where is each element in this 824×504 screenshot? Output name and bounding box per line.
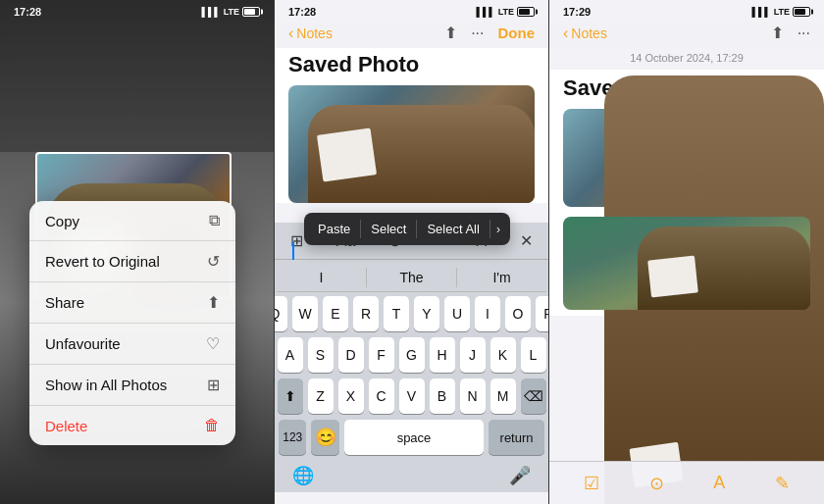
globe-icon[interactable]: 🌐 bbox=[292, 465, 314, 486]
note-image-2 bbox=[288, 85, 535, 203]
kb-suggestion-im[interactable]: I'm bbox=[457, 268, 546, 287]
notes-back-btn-3[interactable]: ‹ Notes bbox=[563, 25, 607, 42]
key-n[interactable]: N bbox=[460, 378, 486, 414]
key-q[interactable]: Q bbox=[275, 296, 287, 331]
key-y[interactable]: Y bbox=[414, 296, 439, 331]
key-l[interactable]: L bbox=[521, 337, 546, 373]
more-icon-3[interactable]: ··· bbox=[798, 25, 810, 42]
key-j[interactable]: J bbox=[460, 337, 486, 373]
menu-unfav-label: Unfavourite bbox=[45, 335, 121, 352]
key-f[interactable]: F bbox=[369, 337, 394, 373]
key-h[interactable]: H bbox=[430, 337, 455, 373]
key-t[interactable]: T bbox=[384, 296, 409, 331]
key-x[interactable]: X bbox=[338, 378, 364, 414]
notes-back-label-2: Notes bbox=[296, 25, 333, 41]
note-content-3: Saved Photo bbox=[549, 70, 824, 316]
key-emoji[interactable]: 😊 bbox=[311, 420, 338, 455]
revert-icon: ↺ bbox=[207, 252, 220, 271]
key-numbers[interactable]: 123 bbox=[279, 420, 306, 455]
notes-navbar-2: ‹ Notes ⬆ ··· Done bbox=[275, 22, 548, 48]
blur-overlay bbox=[0, 0, 274, 152]
status-bar-2: 17:28 ▌▌▌ LTE bbox=[275, 0, 548, 22]
kb-suggestion-i[interactable]: I bbox=[277, 268, 367, 287]
key-m[interactable]: M bbox=[490, 378, 516, 414]
kb-close-icon[interactable]: ✕ bbox=[514, 228, 539, 253]
note-image-3b bbox=[563, 217, 810, 310]
key-k[interactable]: K bbox=[490, 337, 516, 373]
key-s[interactable]: S bbox=[308, 337, 334, 373]
menu-item-revert[interactable]: Revert to Original ↺ bbox=[29, 241, 235, 282]
popup-more-icon[interactable]: › bbox=[490, 221, 506, 238]
photo-book-2 bbox=[317, 127, 377, 181]
key-e[interactable]: E bbox=[323, 296, 348, 331]
menu-delete-label: Delete bbox=[45, 418, 87, 434]
status-bar-3: 17:29 ▌▌▌ LTE bbox=[549, 0, 824, 22]
camera-icon-3[interactable]: ⊙ bbox=[649, 473, 664, 494]
text-format-icon[interactable]: A bbox=[713, 473, 725, 493]
note-title-2: Saved Photo bbox=[288, 52, 535, 77]
menu-item-copy[interactable]: Copy ⧉ bbox=[29, 201, 235, 241]
kb-row-3: ⬆ Z X C V B N M ⌫ bbox=[277, 378, 546, 414]
menu-item-unfavourite[interactable]: Unfavourite ♡ bbox=[29, 324, 235, 365]
key-backspace[interactable]: ⌫ bbox=[521, 378, 546, 414]
popup-paste-btn[interactable]: Paste bbox=[308, 220, 361, 238]
key-v[interactable]: V bbox=[399, 378, 425, 414]
signal-icon-1: ▌▌▌ bbox=[202, 7, 221, 17]
done-button-2[interactable]: Done bbox=[498, 25, 536, 41]
key-i[interactable]: I bbox=[475, 296, 500, 331]
keyboard: I The I'm Q W E R T Y U I O P A S D F G … bbox=[275, 260, 548, 492]
popup-select-all-btn[interactable]: Select All bbox=[417, 220, 489, 238]
kb-suggestion-the[interactable]: The bbox=[367, 268, 457, 287]
menu-item-share[interactable]: Share ⬆ bbox=[29, 282, 235, 324]
panel-1: 17:28 ▌▌▌ LTE Copy ⧉ Revert to Original … bbox=[0, 0, 275, 504]
key-w[interactable]: W bbox=[292, 296, 318, 331]
key-return[interactable]: return bbox=[489, 420, 544, 455]
share-icon-3[interactable]: ⬆ bbox=[771, 24, 784, 42]
share-icon-2[interactable]: ⬆ bbox=[444, 24, 457, 42]
photos-icon: ⊞ bbox=[207, 376, 220, 394]
key-r[interactable]: R bbox=[353, 296, 379, 331]
text-cursor bbox=[292, 242, 294, 260]
panel-2: 17:28 ▌▌▌ LTE ‹ Notes ⬆ ··· Done Saved P… bbox=[275, 0, 549, 504]
notes-navbar-3: ‹ Notes ⬆ ··· bbox=[549, 22, 824, 48]
menu-item-show-all[interactable]: Show in All Photos ⊞ bbox=[29, 365, 235, 406]
signal-icon-2: ▌▌▌ bbox=[477, 7, 495, 17]
key-space[interactable]: space bbox=[344, 420, 484, 455]
key-a[interactable]: A bbox=[278, 337, 303, 373]
key-o[interactable]: O bbox=[505, 296, 531, 331]
time-1: 17:28 bbox=[14, 6, 41, 18]
checklist-icon[interactable]: ☑ bbox=[584, 473, 599, 494]
mic-icon[interactable]: 🎤 bbox=[509, 465, 531, 486]
menu-revert-label: Revert to Original bbox=[45, 253, 160, 270]
key-g[interactable]: G bbox=[399, 337, 425, 373]
photo-person-3a bbox=[604, 109, 810, 207]
context-menu: Copy ⧉ Revert to Original ↺ Share ⬆ Unfa… bbox=[29, 201, 235, 445]
note-image-3a bbox=[563, 109, 810, 207]
note-date-3: 14 October 2024, 17:29 bbox=[549, 48, 824, 70]
menu-share-label: Share bbox=[45, 294, 84, 311]
kb-suggestions: I The I'm bbox=[277, 264, 546, 292]
pencil-icon[interactable]: ✎ bbox=[775, 473, 790, 494]
kb-row-4: 123 😊 space return bbox=[277, 420, 546, 455]
status-icons-1: ▌▌▌ LTE bbox=[202, 7, 260, 17]
key-u[interactable]: U bbox=[444, 296, 470, 331]
key-shift[interactable]: ⬆ bbox=[278, 378, 303, 414]
status-bar-1: 17:28 ▌▌▌ LTE bbox=[0, 0, 274, 22]
key-b[interactable]: B bbox=[430, 378, 455, 414]
key-c[interactable]: C bbox=[369, 378, 394, 414]
battery-icon-1 bbox=[242, 7, 260, 17]
battery-icon-2 bbox=[517, 7, 535, 17]
key-d[interactable]: D bbox=[338, 337, 364, 373]
status-icons-3: ▌▌▌ LTE bbox=[752, 7, 810, 17]
notes-nav-right-2: ⬆ ··· Done bbox=[444, 24, 535, 42]
key-z[interactable]: Z bbox=[308, 378, 334, 414]
chevron-left-icon-2: ‹ bbox=[288, 25, 293, 42]
notes-back-label-3: Notes bbox=[571, 25, 607, 41]
notes-back-btn[interactable]: ‹ Notes bbox=[288, 25, 333, 42]
status-icons-2: ▌▌▌ LTE bbox=[477, 7, 535, 17]
trash-icon: 🗑 bbox=[204, 417, 220, 434]
more-icon-2[interactable]: ··· bbox=[471, 25, 484, 42]
key-p[interactable]: P bbox=[536, 296, 549, 331]
popup-select-btn[interactable]: Select bbox=[361, 220, 417, 238]
menu-item-delete[interactable]: Delete 🗑 bbox=[29, 406, 235, 445]
